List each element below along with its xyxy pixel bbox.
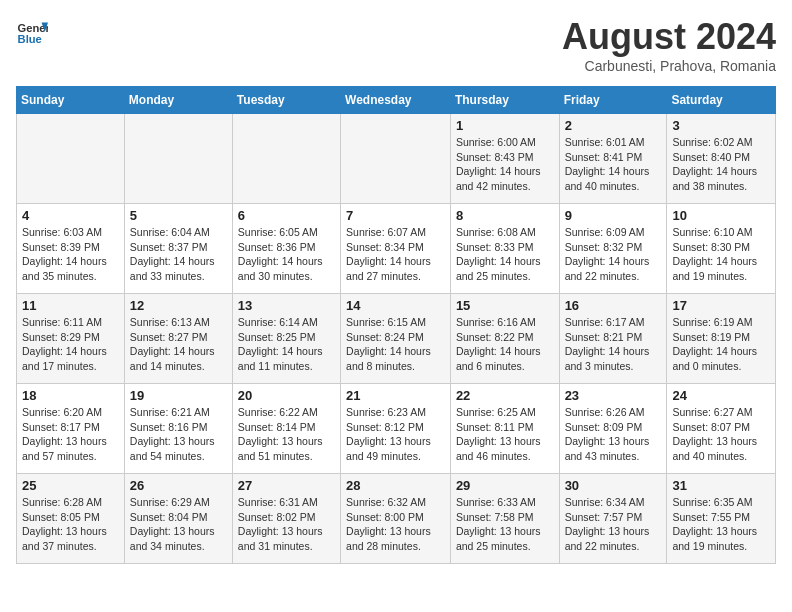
day-info-line: and 54 minutes. bbox=[130, 449, 227, 464]
weekday-header-thursday: Thursday bbox=[450, 87, 559, 114]
day-info-line: Daylight: 14 hours bbox=[238, 344, 335, 359]
day-number: 6 bbox=[238, 208, 335, 223]
day-cell: 27Sunrise: 6:31 AMSunset: 8:02 PMDayligh… bbox=[232, 474, 340, 564]
day-cell bbox=[17, 114, 125, 204]
day-info-line: Sunrise: 6:15 AM bbox=[346, 315, 445, 330]
day-info-line: Daylight: 14 hours bbox=[346, 344, 445, 359]
day-info-line: Daylight: 13 hours bbox=[238, 434, 335, 449]
day-info-line: Daylight: 13 hours bbox=[22, 434, 119, 449]
day-info-line: Sunrise: 6:07 AM bbox=[346, 225, 445, 240]
logo-icon: General Blue bbox=[16, 16, 48, 48]
day-info-line: Sunset: 8:19 PM bbox=[672, 330, 770, 345]
day-number: 9 bbox=[565, 208, 662, 223]
day-info-line: Sunset: 7:55 PM bbox=[672, 510, 770, 525]
day-info-line: Sunrise: 6:13 AM bbox=[130, 315, 227, 330]
weekday-header-tuesday: Tuesday bbox=[232, 87, 340, 114]
day-info-line: Daylight: 14 hours bbox=[456, 254, 554, 269]
day-info-line: Sunrise: 6:08 AM bbox=[456, 225, 554, 240]
day-info-line: and 22 minutes. bbox=[565, 269, 662, 284]
day-number: 14 bbox=[346, 298, 445, 313]
day-info-line: Sunset: 8:33 PM bbox=[456, 240, 554, 255]
day-info-line: Daylight: 14 hours bbox=[22, 254, 119, 269]
day-info-line: Sunset: 8:09 PM bbox=[565, 420, 662, 435]
day-cell: 5Sunrise: 6:04 AMSunset: 8:37 PMDaylight… bbox=[124, 204, 232, 294]
day-cell: 29Sunrise: 6:33 AMSunset: 7:58 PMDayligh… bbox=[450, 474, 559, 564]
day-info-line: Daylight: 13 hours bbox=[130, 524, 227, 539]
day-cell: 28Sunrise: 6:32 AMSunset: 8:00 PMDayligh… bbox=[341, 474, 451, 564]
day-info-line: Daylight: 13 hours bbox=[565, 434, 662, 449]
day-info-line: Sunset: 8:41 PM bbox=[565, 150, 662, 165]
day-info-line: and 37 minutes. bbox=[22, 539, 119, 554]
day-info-line: and 11 minutes. bbox=[238, 359, 335, 374]
week-row-1: 1Sunrise: 6:00 AMSunset: 8:43 PMDaylight… bbox=[17, 114, 776, 204]
day-number: 21 bbox=[346, 388, 445, 403]
day-info-line: Daylight: 14 hours bbox=[672, 344, 770, 359]
day-info-line: and 19 minutes. bbox=[672, 269, 770, 284]
day-info-line: Daylight: 13 hours bbox=[130, 434, 227, 449]
day-info-line: Daylight: 14 hours bbox=[672, 164, 770, 179]
day-cell: 22Sunrise: 6:25 AMSunset: 8:11 PMDayligh… bbox=[450, 384, 559, 474]
day-info-line: Daylight: 14 hours bbox=[130, 254, 227, 269]
weekday-header-row: SundayMondayTuesdayWednesdayThursdayFrid… bbox=[17, 87, 776, 114]
day-number: 29 bbox=[456, 478, 554, 493]
day-info-line: and 6 minutes. bbox=[456, 359, 554, 374]
day-info-line: Sunrise: 6:23 AM bbox=[346, 405, 445, 420]
day-number: 23 bbox=[565, 388, 662, 403]
day-info-line: Sunrise: 6:04 AM bbox=[130, 225, 227, 240]
day-info-line: Daylight: 14 hours bbox=[565, 344, 662, 359]
day-info-line: Daylight: 13 hours bbox=[238, 524, 335, 539]
header: General Blue August 2024 Carbunesti, Pra… bbox=[16, 16, 776, 74]
day-info-line: and 38 minutes. bbox=[672, 179, 770, 194]
day-info-line: Sunrise: 6:29 AM bbox=[130, 495, 227, 510]
day-info-line: Sunset: 8:00 PM bbox=[346, 510, 445, 525]
day-info-line: Sunrise: 6:33 AM bbox=[456, 495, 554, 510]
day-cell: 2Sunrise: 6:01 AMSunset: 8:41 PMDaylight… bbox=[559, 114, 667, 204]
day-cell: 19Sunrise: 6:21 AMSunset: 8:16 PMDayligh… bbox=[124, 384, 232, 474]
location-subtitle: Carbunesti, Prahova, Romania bbox=[562, 58, 776, 74]
day-info-line: Sunset: 8:29 PM bbox=[22, 330, 119, 345]
day-info-line: Sunset: 8:22 PM bbox=[456, 330, 554, 345]
day-number: 4 bbox=[22, 208, 119, 223]
day-cell: 30Sunrise: 6:34 AMSunset: 7:57 PMDayligh… bbox=[559, 474, 667, 564]
day-info-line: and 34 minutes. bbox=[130, 539, 227, 554]
day-info-line: Sunset: 8:02 PM bbox=[238, 510, 335, 525]
day-info-line: Sunset: 8:05 PM bbox=[22, 510, 119, 525]
day-info-line: Sunset: 8:43 PM bbox=[456, 150, 554, 165]
day-info-line: Sunset: 8:16 PM bbox=[130, 420, 227, 435]
day-number: 20 bbox=[238, 388, 335, 403]
day-info-line: and 25 minutes. bbox=[456, 539, 554, 554]
day-number: 5 bbox=[130, 208, 227, 223]
day-info-line: and 27 minutes. bbox=[346, 269, 445, 284]
day-info-line: and 35 minutes. bbox=[22, 269, 119, 284]
weekday-header-friday: Friday bbox=[559, 87, 667, 114]
week-row-5: 25Sunrise: 6:28 AMSunset: 8:05 PMDayligh… bbox=[17, 474, 776, 564]
day-info-line: Daylight: 14 hours bbox=[130, 344, 227, 359]
day-info-line: and 30 minutes. bbox=[238, 269, 335, 284]
day-number: 31 bbox=[672, 478, 770, 493]
day-number: 30 bbox=[565, 478, 662, 493]
day-cell: 9Sunrise: 6:09 AMSunset: 8:32 PMDaylight… bbox=[559, 204, 667, 294]
day-info-line: Sunrise: 6:35 AM bbox=[672, 495, 770, 510]
day-number: 3 bbox=[672, 118, 770, 133]
day-info-line: Sunset: 8:21 PM bbox=[565, 330, 662, 345]
day-cell bbox=[232, 114, 340, 204]
day-number: 25 bbox=[22, 478, 119, 493]
day-cell: 1Sunrise: 6:00 AMSunset: 8:43 PMDaylight… bbox=[450, 114, 559, 204]
day-info-line: Sunset: 8:39 PM bbox=[22, 240, 119, 255]
weekday-header-monday: Monday bbox=[124, 87, 232, 114]
day-info-line: Daylight: 13 hours bbox=[346, 524, 445, 539]
day-info-line: Sunset: 8:27 PM bbox=[130, 330, 227, 345]
day-info-line: Sunrise: 6:00 AM bbox=[456, 135, 554, 150]
day-info-line: and 28 minutes. bbox=[346, 539, 445, 554]
day-cell: 31Sunrise: 6:35 AMSunset: 7:55 PMDayligh… bbox=[667, 474, 776, 564]
day-number: 11 bbox=[22, 298, 119, 313]
day-info-line: Sunset: 8:17 PM bbox=[22, 420, 119, 435]
day-info-line: and 8 minutes. bbox=[346, 359, 445, 374]
day-info-line: Sunset: 8:14 PM bbox=[238, 420, 335, 435]
day-info-line: and 14 minutes. bbox=[130, 359, 227, 374]
day-info-line: Daylight: 13 hours bbox=[22, 524, 119, 539]
day-info-line: Sunset: 8:24 PM bbox=[346, 330, 445, 345]
calendar-table: SundayMondayTuesdayWednesdayThursdayFrid… bbox=[16, 86, 776, 564]
week-row-3: 11Sunrise: 6:11 AMSunset: 8:29 PMDayligh… bbox=[17, 294, 776, 384]
day-cell: 23Sunrise: 6:26 AMSunset: 8:09 PMDayligh… bbox=[559, 384, 667, 474]
